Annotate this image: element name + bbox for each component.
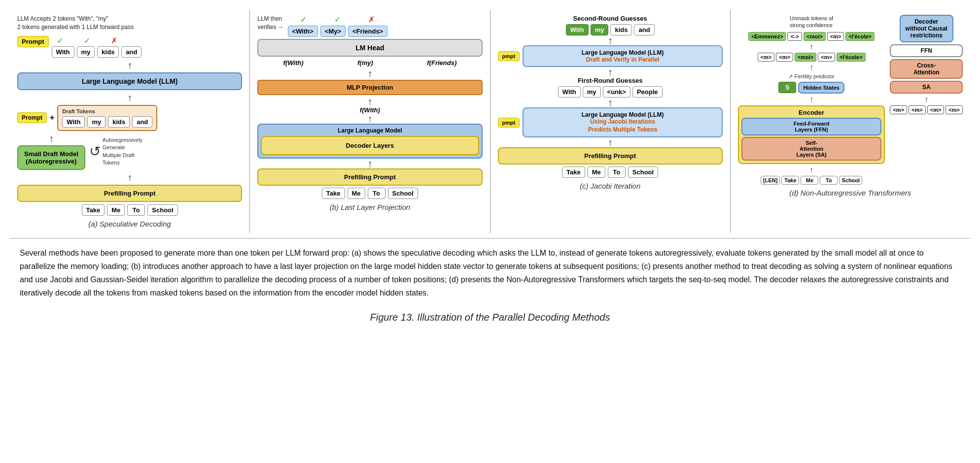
top-tokens-col: ✓ ✓ ✗ With my kids and [52, 36, 142, 58]
jacobi-label: Using Jacobi IterationsPredicts Multiple… [526, 118, 718, 133]
second-round-col: Second-Round Guesses With my kids and [498, 15, 723, 35]
draft-tokens-row: With my kids and [62, 116, 152, 128]
arrow-d4: ↑ [809, 166, 813, 174]
v-mark-3: ✗ [368, 15, 375, 24]
section-a: LLM Accepts 2 tokens "With", "my" 2 toke… [10, 10, 250, 233]
dt-kids: kids [108, 116, 130, 128]
llm-b-outer: Large Language Model Decoder Layers [257, 124, 482, 159]
prefill-c: Prefilling Prompt [498, 147, 723, 165]
f-with: f(With) [283, 59, 303, 66]
arrow-c3: ↑ [498, 98, 723, 107]
llm-c1-box: Large Language Model (LLM) Using Jacobi … [523, 107, 722, 137]
pmpt1-label: pmpt [498, 118, 520, 128]
m-mid2: <m> [776, 53, 793, 62]
ffn-box: Feed-ForwardLayers (FFN) [741, 118, 882, 135]
take-c: Take [562, 166, 585, 178]
emmenez: <Emmenez> [748, 32, 786, 41]
section-c: Second-Round Guesses With my kids and ↑ … [490, 10, 731, 233]
arrow-to-prefill-a: ↑ [17, 172, 242, 182]
mlp-box: MLP Projection [257, 80, 482, 95]
ffn-d: FFN [890, 44, 963, 57]
arrow-d1: ↑ [809, 43, 813, 51]
vt-my: <My> [320, 26, 346, 37]
arrow-d5: ↑ [924, 96, 928, 103]
school-d: School [839, 176, 862, 185]
auto-label: ↺ AutoregressivelyGenerateMultiple Draft… [89, 136, 142, 167]
prefill-b: Prefilling Prompt [257, 168, 482, 186]
vt-with: <With> [288, 26, 318, 37]
top-prompt-row: Prompt ✓ ✓ ✗ With my [17, 36, 242, 58]
section-label-a: (a) Speculative Decoding [17, 220, 242, 228]
m-inp1: <m> [890, 105, 907, 114]
arrow-c1: ↑ [498, 35, 723, 45]
section-label-c: (c) Jacobi Iteration [498, 182, 723, 190]
french-tokens-top: <Emmenez> <-> <moi> <m> <l'école> [748, 32, 875, 41]
dt-my: my [87, 116, 105, 128]
draft-tokens-label: Draft Tokens [62, 108, 152, 114]
figure-caption: Figure 13. Illustration of the Parallel … [10, 307, 970, 326]
first-round-row: With my <unk> People [558, 86, 663, 98]
sr-with: With [566, 24, 589, 35]
verify-row: LLM thenverifies → ✓ ✓ ✗ <With> <My> <Fr… [257, 15, 482, 37]
f-my: f(my) [357, 59, 373, 66]
draft-model-row: ↑ Small Draft Model(Autoregressive) ↺ Au… [17, 133, 242, 170]
m1: <m> [827, 32, 844, 41]
encoder-box: Encoder Feed-ForwardLayers (FFN) Self-At… [738, 105, 885, 164]
draft-verify-label: Draft and Verify in Parallel [526, 56, 718, 63]
llm-c2-box: Large Language Model (LLM) Draft and Ver… [523, 45, 722, 67]
arrow-to-llm: ↑ [17, 60, 242, 70]
me-b: Me [348, 188, 365, 199]
section-label-b: (b) Last Layer Projection [257, 203, 482, 211]
fertility-label: ↗ Fertility predictor [788, 73, 834, 80]
arrow-from-draft: ↑ [17, 93, 242, 102]
lecole-mid: <l'école> [837, 53, 866, 62]
m-mid1: <m> [758, 53, 775, 62]
marks-row: ✓ ✓ ✗ [57, 36, 137, 45]
sr-kids: kids [610, 24, 632, 35]
llm-c2-label: Large Language Model (LLM) [526, 49, 718, 56]
token-and-top: and [121, 46, 141, 58]
bottom-tokens-a: Take Me To School [17, 204, 242, 216]
to-c: To [608, 166, 626, 178]
fr-people: People [632, 86, 663, 98]
verify-tokens-col: ✓ ✓ ✗ <With> <My> <Friends> [288, 15, 388, 37]
arrow-d3: ↑ [809, 96, 813, 103]
verify-tokens-row: <With> <My> <Friends> [288, 26, 388, 37]
arrow-to-small: ↑ [49, 133, 54, 143]
mark-kids: ✗ [111, 36, 117, 45]
arrow-c2: ↑ [498, 67, 723, 77]
take-a: Take [82, 204, 105, 216]
hidden-row: 5 Hidden States [778, 82, 844, 94]
dt-and: and [132, 116, 152, 128]
take-b: Take [322, 188, 345, 199]
d-left: Unmask tokens ofstrong confidence <Emmen… [738, 15, 885, 185]
to-d: To [820, 176, 838, 185]
unmask-note: Unmask tokens ofstrong confidence [790, 15, 833, 29]
dash: <-> [787, 32, 802, 41]
arrow-b4: ↑ [257, 159, 482, 168]
fr-unk: <unk> [603, 86, 630, 98]
fertility-num: 5 [778, 82, 796, 93]
prompt-label-a: Prompt [17, 36, 49, 47]
verify-marks: ✓ ✓ ✗ [300, 15, 375, 24]
mask-tokens-row: <m> <m> <m> <m> [890, 105, 963, 114]
section-label-d: (d) Non-Autoregressive Transformers [738, 189, 963, 197]
d-right: Decoderwithout Causalrestrictions FFN Cr… [890, 15, 963, 114]
fr-with: With [558, 86, 581, 98]
take-d: Take [781, 176, 799, 185]
sa-d: SA [890, 81, 963, 94]
pmpt2-row: pmpt Large Language Model (LLM) Draft an… [498, 45, 723, 67]
encoder-label: Encoder [741, 109, 882, 116]
f-labels-row: f(With) f(my) f(Friends) [257, 59, 482, 66]
f-with-single: f(With) [257, 106, 482, 114]
m-inp3: <m> [927, 105, 945, 114]
decoder-d-label: Decoderwithout Causalrestrictions [900, 15, 953, 42]
f-friends: f(Friends) [427, 59, 456, 66]
description-text: Several methods have been proposed to ge… [20, 249, 952, 298]
verify-note: LLM thenverifies → [257, 15, 283, 32]
to-a: To [127, 204, 145, 216]
first-round-label: First-Round Guesses [578, 77, 642, 84]
first-round-col: First-Round Guesses With my <unk> People [498, 77, 723, 98]
arrow-b3: ↑ [257, 114, 482, 124]
d-bottom-tokens: [LEN] Take Me To School [761, 176, 862, 185]
